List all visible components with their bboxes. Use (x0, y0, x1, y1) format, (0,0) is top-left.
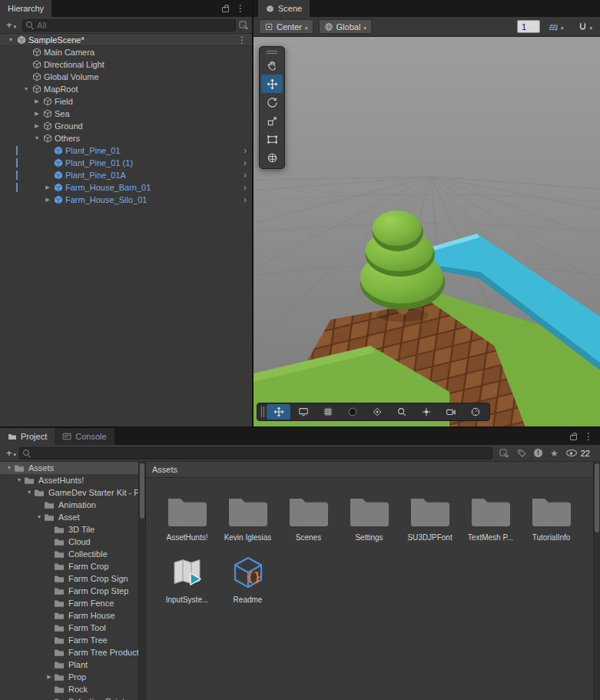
tab-console[interactable]: Console (55, 428, 114, 445)
asset-item[interactable]: {} Scenes (278, 489, 339, 542)
asset-item[interactable]: {} TextMesh P... (460, 489, 521, 542)
rect-tool-button[interactable] (261, 130, 283, 148)
project-search[interactable] (19, 447, 492, 459)
foldout-icon[interactable] (5, 462, 14, 474)
eye-icon[interactable] (566, 450, 577, 456)
chevron-right-icon[interactable]: › (244, 170, 247, 181)
tab-project[interactable]: Project (0, 428, 55, 445)
scrollbar-thumb[interactable] (140, 463, 144, 519)
pick-type-icon[interactable] (239, 21, 249, 30)
create-asset-button[interactable]: + (3, 448, 19, 458)
scene-kebab-menu-icon[interactable]: ⋮ (237, 35, 247, 45)
asset-item[interactable]: {} TutorialInfo (521, 489, 582, 542)
scene-viewport[interactable] (254, 37, 600, 426)
folder-tree-item[interactable]: Collectible (0, 548, 145, 560)
hierarchy-item[interactable]: Farm_House_Barn_01 › (0, 181, 252, 194)
hierarchy-item[interactable]: MapRoot › (0, 83, 252, 95)
rotate-tool-button[interactable] (261, 93, 283, 111)
kebab-menu-icon[interactable]: ⋮ (584, 432, 593, 441)
folder-tree-item[interactable]: Cloud (0, 536, 145, 548)
scale-tool-button[interactable] (261, 111, 283, 130)
hierarchy-item[interactable]: Farm_House_Silo_01 › (0, 194, 252, 206)
foldout-icon[interactable] (6, 34, 15, 46)
project-search-input[interactable] (34, 449, 489, 458)
folder-tree-item[interactable]: Assets (0, 462, 145, 474)
foldout-icon[interactable] (32, 95, 41, 108)
overlay-drag-handle[interactable] (261, 48, 283, 56)
folder-tree-item[interactable]: Farm Tree (0, 634, 145, 646)
asset-item[interactable]: {} InputSyste... (157, 551, 217, 604)
folder-tree-item[interactable]: Farm Tool (0, 622, 145, 634)
lock-icon[interactable] (222, 7, 229, 12)
chevron-right-icon[interactable]: › (244, 158, 247, 168)
pivot-mode-dropdown[interactable]: Center (259, 19, 313, 34)
camera-icon[interactable] (439, 404, 462, 420)
folder-tree-item[interactable]: Rock (0, 683, 145, 695)
foldout-icon[interactable] (45, 671, 54, 683)
pick-type-icon[interactable] (499, 449, 509, 458)
asset-item[interactable]: {} SU3DJPFont (399, 489, 460, 542)
folder-tree-item[interactable]: Farm Tree Product (0, 646, 145, 659)
snap-settings-button[interactable] (575, 19, 595, 34)
folder-tree-item[interactable]: Farm Crop Sign (0, 572, 145, 585)
asset-item[interactable]: {} Readme (217, 551, 278, 604)
label-tag-icon[interactable] (517, 449, 526, 458)
chevron-down-icon[interactable] (589, 22, 592, 32)
grid-visibility-button[interactable] (545, 19, 566, 34)
move-tool-button[interactable] (261, 75, 283, 93)
alert-icon[interactable]: ! (534, 449, 542, 457)
folder-tree-item[interactable]: Farm House (0, 609, 145, 622)
foldout-icon[interactable] (15, 474, 24, 486)
shading-sphere-icon[interactable] (340, 404, 364, 420)
chevron-right-icon[interactable]: › (244, 194, 247, 205)
snap-move-icon[interactable] (414, 404, 438, 420)
transform-tool-button[interactable] (261, 148, 283, 167)
hierarchy-item[interactable]: Plant_Pine_01 › (0, 144, 252, 157)
hierarchy-item[interactable]: Plant_Pine_01A › (0, 169, 252, 181)
hierarchy-item[interactable]: Ground › (0, 120, 252, 132)
gizmos-icon[interactable] (291, 404, 315, 420)
hierarchy-item[interactable]: Sea › (0, 108, 252, 120)
grid-size-field[interactable]: 1 (517, 20, 540, 33)
foldout-icon[interactable] (32, 108, 41, 120)
folder-tree-item[interactable]: Farm Fence (0, 597, 145, 609)
hierarchy-search-input[interactable] (37, 21, 232, 30)
move-tool-icon[interactable] (267, 404, 290, 420)
foldout-icon[interactable] (25, 486, 34, 499)
folder-tree-item[interactable]: Plant (0, 659, 145, 671)
foldout-icon[interactable] (22, 83, 31, 95)
hierarchy-item[interactable]: Plant_Pine_01 (1) › (0, 157, 252, 169)
tree-scrollbar[interactable] (138, 462, 145, 700)
foldout-icon[interactable] (35, 511, 44, 523)
search-icon[interactable] (390, 404, 413, 420)
folder-tree-item[interactable]: Asset (0, 511, 145, 523)
favorites-star-icon[interactable]: ★ (550, 449, 559, 458)
create-object-button[interactable]: + (3, 20, 19, 30)
vertex-snap-icon[interactable] (365, 404, 389, 420)
chevron-right-icon[interactable]: › (244, 182, 247, 193)
folder-tree-item[interactable]: Animation (0, 499, 145, 511)
asset-item[interactable]: {} AssetHunts! (157, 489, 217, 542)
scrollbar-thumb[interactable] (595, 463, 599, 532)
compass-icon[interactable] (463, 404, 487, 420)
hierarchy-item[interactable]: Directional Light › (0, 58, 252, 71)
foldout-icon[interactable] (32, 132, 41, 144)
foldout-icon[interactable] (43, 181, 52, 194)
overlay-drag-handle[interactable] (260, 406, 266, 417)
folder-tree-item[interactable]: GameDev Starter Kit - F (0, 486, 145, 499)
hierarchy-item[interactable]: Others › (0, 132, 252, 144)
folder-tree-item[interactable]: Farm Crop (0, 560, 145, 572)
content-scrollbar[interactable] (593, 462, 600, 700)
orientation-dropdown[interactable]: Global (319, 19, 372, 34)
asset-item[interactable]: {} Settings (339, 489, 399, 542)
scene-header-row[interactable]: SampleScene* ⋮ (0, 34, 252, 46)
chevron-right-icon[interactable]: › (244, 145, 247, 156)
folder-tree-item[interactable]: Selection Pointer (0, 695, 145, 700)
chevron-down-icon[interactable] (561, 22, 564, 32)
foldout-icon[interactable] (32, 120, 41, 132)
kebab-menu-icon[interactable]: ⋮ (236, 4, 245, 13)
folder-tree-item[interactable]: 3D Tile (0, 523, 145, 536)
hierarchy-item[interactable]: Field › (0, 95, 252, 108)
folder-tree-item[interactable]: AssetHunts! (0, 474, 145, 486)
folder-tree-item[interactable]: Prop (0, 671, 145, 683)
